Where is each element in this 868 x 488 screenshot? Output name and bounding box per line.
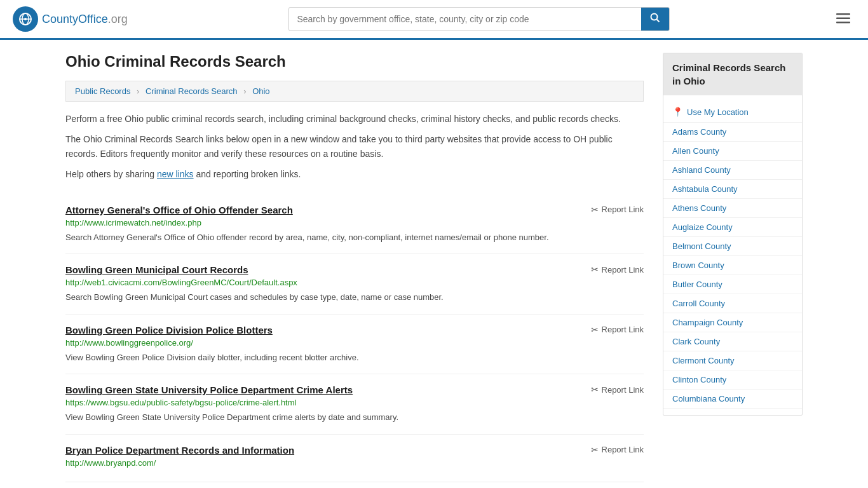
record-header: Bowling Green Police Division Police Blo… xyxy=(65,325,644,336)
record-header: Bryan Police Department Records and Info… xyxy=(65,445,644,456)
report-link[interactable]: ✂ Report Link xyxy=(591,445,644,455)
svg-rect-8 xyxy=(836,17,850,19)
search-input[interactable] xyxy=(289,9,641,29)
record-header: Attorney General's Office of Ohio Offend… xyxy=(65,205,644,215)
logo-link[interactable]: CountyOffice.org xyxy=(13,6,128,32)
page-title: Ohio Criminal Records Search xyxy=(65,53,644,71)
record-desc: View Bowling Green State University Poli… xyxy=(65,411,644,424)
report-icon: ✂ xyxy=(591,445,599,455)
breadcrumb-sep-2: › xyxy=(243,86,246,96)
sidebar-item-clermont[interactable]: Clermont County xyxy=(663,351,802,370)
sidebar: Criminal Records Search in Ohio 📍 Use My… xyxy=(663,53,803,482)
records-list: Attorney General's Office of Ohio Offend… xyxy=(65,194,644,482)
record-url[interactable]: http://web1.civicacmi.com/BowlingGreenMC… xyxy=(65,278,644,287)
location-icon: 📍 xyxy=(672,107,683,117)
report-icon: ✂ xyxy=(591,205,599,215)
sidebar-item-carroll[interactable]: Carroll County xyxy=(663,294,802,313)
sidebar-item-auglaize[interactable]: Auglaize County xyxy=(663,218,802,237)
svg-line-6 xyxy=(657,20,660,22)
new-links-link[interactable]: new links xyxy=(157,169,194,179)
report-link[interactable]: ✂ Report Link xyxy=(591,264,644,274)
record-item: Bowling Green Municipal Court Records ✂ … xyxy=(65,254,644,315)
breadcrumb-ohio[interactable]: Ohio xyxy=(252,86,269,96)
record-item: Attorney General's Office of Ohio Offend… xyxy=(65,194,644,255)
use-my-location-item[interactable]: 📍 Use My Location xyxy=(663,102,802,123)
record-title[interactable]: Attorney General's Office of Ohio Offend… xyxy=(65,205,293,215)
report-link[interactable]: ✂ Report Link xyxy=(591,205,644,215)
sidebar-item-columbiana[interactable]: Columbiana County xyxy=(663,390,802,409)
sidebar-item-champaign[interactable]: Champaign County xyxy=(663,313,802,332)
svg-point-5 xyxy=(651,14,658,20)
record-url[interactable]: http://www.bryanpd.com/ xyxy=(65,458,644,468)
sidebar-title: Criminal Records Search in Ohio xyxy=(663,53,802,95)
sidebar-item-ashland[interactable]: Ashland County xyxy=(663,161,802,180)
sidebar-item-clinton[interactable]: Clinton County xyxy=(663,370,802,390)
svg-point-4 xyxy=(24,18,27,20)
report-icon: ✂ xyxy=(591,325,599,335)
description-3: Help others by sharing new links and rep… xyxy=(65,167,644,181)
sidebar-content: 📍 Use My Location Adams County Allen Cou… xyxy=(663,95,802,415)
sidebar-box: Criminal Records Search in Ohio 📍 Use My… xyxy=(663,53,803,416)
record-desc: Search Attorney General's Office of Ohio… xyxy=(65,231,644,244)
report-icon: ✂ xyxy=(591,384,599,395)
record-url[interactable]: http://www.bowlinggreenpolice.org/ xyxy=(65,338,644,348)
description-1: Perform a free Ohio public criminal reco… xyxy=(65,112,644,126)
record-item: Bowling Green State University Police De… xyxy=(65,374,644,435)
logo-text: CountyOffice.org xyxy=(42,13,128,26)
sidebar-item-ashtabula[interactable]: Ashtabula County xyxy=(663,180,802,199)
svg-rect-7 xyxy=(836,13,850,15)
sidebar-item-clark[interactable]: Clark County xyxy=(663,332,802,351)
report-link[interactable]: ✂ Report Link xyxy=(591,325,644,335)
search-button[interactable] xyxy=(641,8,669,30)
menu-button[interactable] xyxy=(831,10,855,29)
record-url[interactable]: https://www.bgsu.edu/public-safety/bgsu-… xyxy=(65,398,644,407)
site-header: CountyOffice.org xyxy=(0,0,868,40)
report-icon: ✂ xyxy=(591,264,599,274)
record-header: Bowling Green State University Police De… xyxy=(65,384,644,395)
record-url[interactable]: http://www.icrimewatch.net/index.php xyxy=(65,218,644,227)
sidebar-item-belmont[interactable]: Belmont County xyxy=(663,237,802,256)
sidebar-item-athens[interactable]: Athens County xyxy=(663,199,802,218)
use-my-location-label: Use My Location xyxy=(687,107,749,117)
record-title[interactable]: Bryan Police Department Records and Info… xyxy=(65,445,294,456)
sidebar-item-brown[interactable]: Brown County xyxy=(663,256,802,275)
record-header: Bowling Green Municipal Court Records ✂ … xyxy=(65,264,644,275)
logo-icon xyxy=(13,6,38,32)
main-content: Ohio Criminal Records Search Public Reco… xyxy=(65,53,644,482)
main-container: Ohio Criminal Records Search Public Reco… xyxy=(53,40,815,488)
sidebar-item-adams[interactable]: Adams County xyxy=(663,123,802,142)
record-item: Bryan Police Department Records and Info… xyxy=(65,435,644,482)
record-desc: View Bowling Green Police Division daily… xyxy=(65,351,644,364)
sidebar-item-allen[interactable]: Allen County xyxy=(663,142,802,161)
breadcrumb: Public Records › Criminal Records Search… xyxy=(65,81,644,102)
report-link[interactable]: ✂ Report Link xyxy=(591,384,644,395)
record-desc: Search Bowling Green Municipal Court cas… xyxy=(65,291,644,304)
record-title[interactable]: Bowling Green State University Police De… xyxy=(65,384,353,395)
record-title[interactable]: Bowling Green Police Division Police Blo… xyxy=(65,325,273,336)
breadcrumb-public-records[interactable]: Public Records xyxy=(75,86,130,96)
description-2: The Ohio Criminal Records Search links b… xyxy=(65,132,644,161)
record-item: Bowling Green Police Division Police Blo… xyxy=(65,315,644,375)
svg-rect-9 xyxy=(836,22,850,24)
breadcrumb-criminal-records[interactable]: Criminal Records Search xyxy=(146,86,238,96)
search-bar xyxy=(288,7,670,31)
record-title[interactable]: Bowling Green Municipal Court Records xyxy=(65,264,248,275)
sidebar-item-butler[interactable]: Butler County xyxy=(663,275,802,294)
breadcrumb-sep-1: › xyxy=(137,86,139,96)
